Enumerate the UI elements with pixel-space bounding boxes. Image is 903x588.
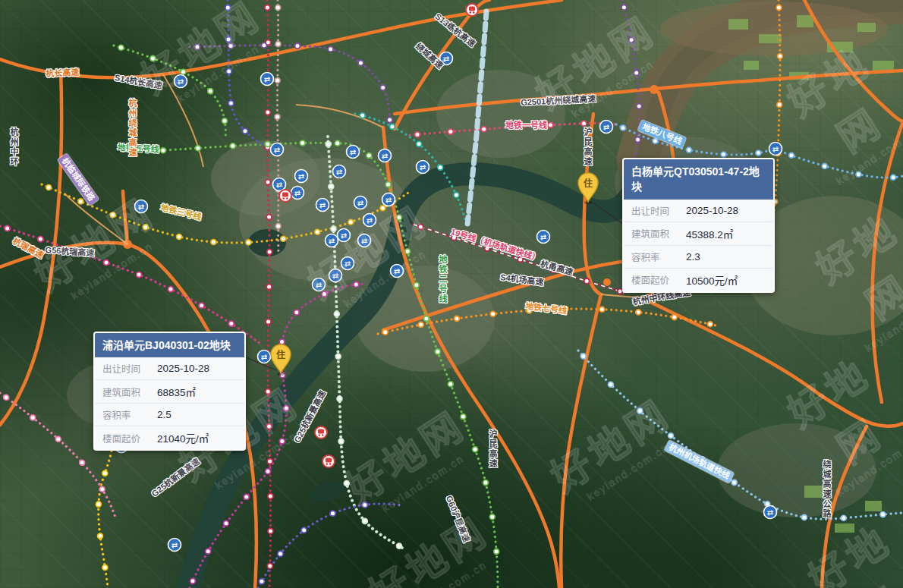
popup-row: 建筑面积45388.2㎡ bbox=[624, 222, 773, 245]
popup-title[interactable]: 浦沿单元BJ040301-02地块 bbox=[95, 333, 244, 357]
parcel-popup-baiyang: 白杨单元QT030501-47-2地块 出让时间2025-10-28 建筑面积4… bbox=[622, 158, 775, 293]
popup-row: 楼面起价21040元/㎡ bbox=[95, 426, 244, 449]
popup-row: 容积率2.5 bbox=[95, 403, 244, 426]
popup-row: 楼面起价10500元/㎡ bbox=[624, 268, 773, 291]
popup-row: 出让时间2025-10-28 bbox=[624, 200, 773, 222]
popup-row: 容积率2.3 bbox=[624, 245, 773, 268]
map-canvas[interactable]: ⇄ 住 bbox=[0, 0, 903, 588]
popup-body: 出让时间2025-10-28 建筑面积45388.2㎡ 容积率2.3 楼面起价1… bbox=[624, 200, 773, 291]
popup-title[interactable]: 白杨单元QT030501-47-2地块 bbox=[624, 159, 773, 200]
popup-body: 出让时间2025-10-28 建筑面积68835㎡ 容积率2.5 楼面起价210… bbox=[95, 357, 244, 449]
parcel-pin-puyan[interactable] bbox=[271, 344, 291, 376]
map-overlay-svg: ⇄ 住 bbox=[0, 0, 903, 588]
parcel-popup-puyan: 浦沿单元BJ040301-02地块 出让时间2025-10-28 建筑面积688… bbox=[93, 332, 246, 451]
popup-row: 出让时间2025-10-28 bbox=[95, 357, 244, 379]
popup-row: 建筑面积68835㎡ bbox=[95, 379, 244, 403]
